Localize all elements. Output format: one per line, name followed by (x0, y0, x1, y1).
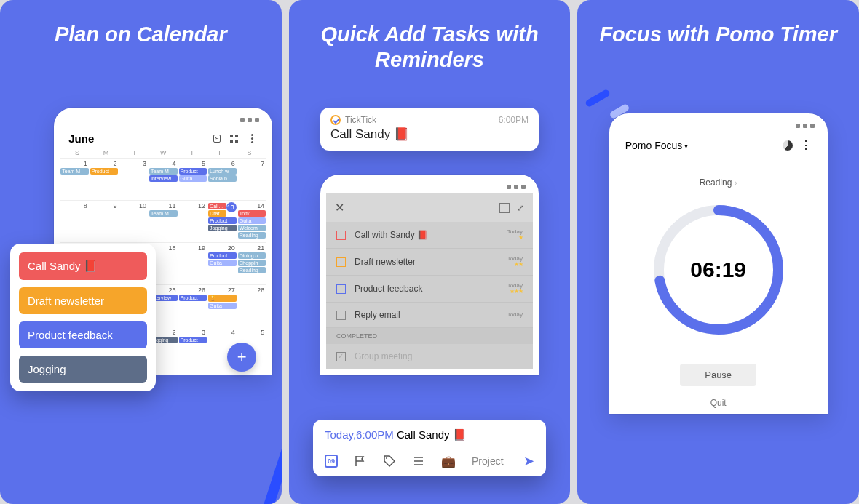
task-row[interactable]: Product feedbackToday★★★ (326, 276, 533, 303)
calendar-cell[interactable]: 12 (178, 200, 208, 242)
calendar-cell[interactable]: 13Call SanDraft neProductJogging (207, 200, 237, 242)
calendar-cell[interactable]: 8 (60, 200, 90, 242)
checkbox-icon[interactable] (336, 284, 346, 294)
tag-icon[interactable] (383, 455, 396, 468)
calendar-cell[interactable]: 28 (237, 284, 267, 327)
task-title: Product feedback (355, 284, 422, 294)
pause-button[interactable]: Pause (680, 364, 756, 386)
weekday-row: SMTWTFS (60, 148, 266, 158)
calendar-cell[interactable]: 1Team M (60, 158, 90, 200)
calendar-cell[interactable]: 6Lunch wSonia b (207, 158, 237, 200)
chevron-right-icon: › (735, 179, 737, 187)
notification-time: 6:00PM (499, 115, 529, 125)
status-bar (60, 113, 266, 127)
close-icon[interactable]: ✕ (335, 201, 344, 215)
panel-headline: Focus with Pomo Timer (585, 22, 852, 47)
checkbox-icon[interactable]: ✓ (336, 352, 346, 361)
quick-add-text: Call Sandy 📕 (394, 428, 467, 441)
task-title: Draft newsletter (355, 257, 416, 267)
accent-stripe (585, 89, 611, 108)
notification-message: Call Sandy 📕 (330, 127, 529, 142)
svg-rect-0 (230, 135, 233, 137)
svg-point-4 (386, 457, 387, 459)
panel-calendar: Plan on Calendar June 9 SMTWTFS 1Team M2… (0, 0, 282, 504)
pomo-time: 06:19 (649, 201, 788, 339)
task-list[interactable]: Call with Sandy 📕Today★Draft newsletterT… (326, 222, 533, 328)
calendar-cell[interactable]: 9 (90, 200, 119, 242)
add-fab[interactable]: + (227, 343, 256, 372)
calendar-header: June 9 (60, 127, 266, 148)
floating-task[interactable]: Call Sandy 📕 (19, 252, 147, 280)
notification-app: TickTick (345, 115, 376, 125)
briefcase-icon: 💼 (441, 455, 456, 468)
panel-headline: Plan on Calendar (7, 22, 274, 47)
task-row[interactable]: Call with Sandy 📕Today★ (326, 222, 533, 249)
task-row[interactable]: Reply emailToday (326, 303, 533, 328)
calendar-cell[interactable]: 20ProductGuita (207, 242, 237, 284)
today-icon[interactable]: 9 (211, 133, 223, 145)
calendar-cell[interactable]: 27🏆Guita (207, 284, 237, 327)
panel-pomo: Focus with Pomo Timer Pomo Focus ▾ ⋮ Rea… (577, 0, 859, 504)
calendar-cell[interactable]: 7 (237, 158, 267, 200)
calendar-cell[interactable]: 2Product (90, 158, 119, 200)
activity-label: Reading (700, 177, 732, 188)
section-completed[interactable]: COMPLETED (326, 328, 533, 344)
chevron-down-icon[interactable]: ▾ (684, 142, 688, 150)
checkbox-icon[interactable] (336, 257, 346, 267)
phone-frame: ✕ ⤢ Call with Sandy 📕Today★Draft newslet… (320, 175, 539, 375)
calendar-cell[interactable]: 14Tom'GuitaWelcomReading (237, 200, 267, 242)
project-label[interactable]: Project (472, 455, 504, 467)
floating-task[interactable]: Draft newsletter (19, 287, 147, 314)
calendar-cell[interactable]: 19 (178, 242, 208, 284)
checkbox-icon[interactable] (336, 311, 346, 320)
task-title: Call with Sandy 📕 (355, 230, 428, 240)
pomo-ring: 06:19 (649, 201, 788, 339)
pomo-header: Pomo Focus ▾ ⋮ (615, 132, 822, 159)
calendar-cell[interactable]: 10 (119, 200, 149, 242)
calendar-cell[interactable]: 21Dining oShoppinReading (237, 242, 267, 284)
calendar-cell[interactable]: 3 (119, 158, 149, 200)
quit-button[interactable]: Quit (710, 398, 727, 408)
calendar-cell[interactable]: 4Team MInterview (149, 158, 178, 200)
calendar-cell[interactable]: 5ProductGuita (178, 158, 208, 200)
quick-add-bar[interactable]: Today,6:00PM Call Sandy 📕 09 💼 Project ➤ (313, 420, 546, 476)
activity-selector[interactable]: Reading› (615, 177, 822, 188)
task-row[interactable]: Draft newsletterToday★★ (326, 249, 533, 276)
date-icon[interactable]: 09 (325, 455, 338, 468)
checkbox-icon[interactable] (336, 231, 346, 240)
status-bar (326, 180, 533, 193)
panel-quickadd: Quick Add Tasks with Reminders TickTick … (289, 0, 571, 504)
ticktick-icon (330, 115, 341, 125)
list-icon[interactable] (412, 455, 425, 468)
floating-task-list[interactable]: Call Sandy 📕Draft newsletterProduct feed… (10, 244, 156, 391)
parsed-datetime: Today,6:00PM (325, 428, 394, 441)
send-icon[interactable]: ➤ (523, 453, 534, 469)
task-title: Reply email (355, 310, 400, 320)
floating-task[interactable]: Jogging (19, 356, 147, 383)
phone-frame: Pomo Focus ▾ ⋮ Reading› 06:19 Pause Quit (609, 113, 828, 414)
status-bar (615, 119, 822, 132)
panel-headline: Quick Add Tasks with Reminders (296, 22, 563, 73)
calendar-cell[interactable]: 26Product (178, 284, 208, 327)
view-grid-icon[interactable] (229, 133, 240, 145)
stats-icon[interactable] (783, 140, 793, 151)
svg-rect-1 (230, 140, 233, 143)
month-label[interactable]: June (68, 132, 205, 145)
svg-rect-2 (235, 135, 238, 137)
flag-icon[interactable] (354, 455, 367, 468)
accent-stripe (262, 425, 281, 504)
calendar-cell[interactable]: 11Team M (149, 200, 178, 242)
svg-rect-3 (235, 140, 238, 143)
task-title: Group meeting (355, 351, 412, 361)
pomo-title[interactable]: Pomo Focus (625, 140, 683, 151)
note-icon[interactable] (499, 203, 510, 213)
expand-icon[interactable]: ⤢ (517, 203, 524, 213)
notification-card[interactable]: TickTick 6:00PM Call Sandy 📕 (320, 108, 539, 151)
task-row[interactable]: ✓ Group meeting (326, 344, 533, 369)
more-icon[interactable] (246, 133, 258, 145)
calendar-cell[interactable]: 3Product (178, 327, 208, 369)
floating-task[interactable]: Product feedback (19, 321, 147, 348)
quick-add-input[interactable]: Today,6:00PM Call Sandy 📕 (325, 428, 534, 441)
task-topbar: ✕ ⤢ (326, 193, 533, 222)
